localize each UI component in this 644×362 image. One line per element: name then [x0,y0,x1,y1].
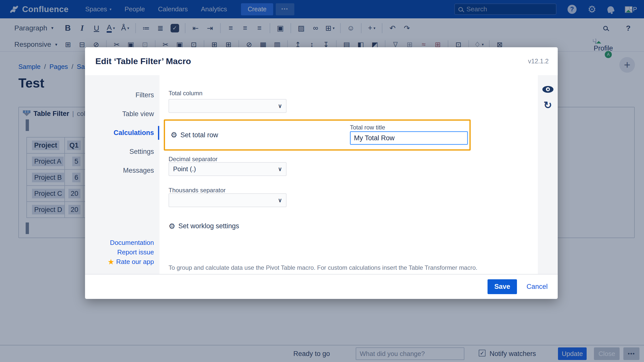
total-row-title-input[interactable] [350,131,468,145]
dialog-tab-table-view[interactable]: Table view [85,105,159,123]
dialog-footer: Save Cancel [85,274,558,299]
total-row-title-label: Total row title [350,124,385,131]
set-worklog-settings-toggle[interactable]: ⚙ Set worklog settings [169,222,239,230]
gear-icon: ⚙ [171,131,177,139]
sidebar-link-rate-our-app[interactable]: ★Rate our app [85,257,159,266]
dialog-tab-messages[interactable]: Messages [85,161,159,180]
decimal-separator-label: Decimal separator [169,156,218,163]
highlighted-total-row-section: ⚙ Set total row Total row title [164,119,471,151]
dialog-tab-label: Filters [136,91,154,99]
dialog-right-strip: ↻ [538,75,558,274]
dialog-tabs: FiltersTable viewCalculationsSettingsMes… [85,86,159,180]
set-total-row-label: Set total row [180,131,218,139]
chevron-down-icon: ∨ [278,103,282,109]
preview-eye-icon[interactable] [542,86,553,93]
dialog-hint-text: To group and calculate data use the Pivo… [169,264,477,271]
version-label: v12.1.2 [528,58,549,65]
thousands-separator-label: Thousands separator [169,187,226,194]
chevron-down-icon: ∨ [278,166,282,172]
star-icon: ★ [108,257,114,266]
dialog-sidebar: FiltersTable viewCalculationsSettingsMes… [85,75,159,274]
total-column-label: Total column [169,90,203,97]
dialog-tab-calculations[interactable]: Calculations [85,123,159,142]
dialog-title: Edit ‘Table Filter’ Macro [95,56,191,66]
dialog-tab-label: Calculations [113,129,154,137]
dialog-tab-settings[interactable]: Settings [85,142,159,161]
dialog-content: Total column ∨ ⚙ Set total row Total row… [159,75,538,274]
chevron-down-icon: ∨ [278,197,282,204]
sidebar-link-label: Rate our app [116,258,154,266]
dialog-tab-label: Settings [129,148,154,156]
sidebar-link-label: Documentation [110,239,154,247]
gear-icon: ⚙ [169,222,175,230]
cancel-button[interactable]: Cancel [527,283,548,291]
selected-tab-indicator [158,126,159,140]
save-button[interactable]: Save [488,279,517,294]
dialog-tab-filters[interactable]: Filters [85,86,159,105]
set-total-row-toggle[interactable]: ⚙ Set total row [171,121,218,149]
dialog-tab-label: Table view [122,110,154,118]
edit-macro-dialog: Edit ‘Table Filter’ Macro v12.1.2 Filter… [85,47,558,299]
set-worklog-settings-label: Set worklog settings [178,222,239,230]
sidebar-link-report-issue[interactable]: Report issue [85,247,159,257]
sidebar-link-documentation[interactable]: Documentation [85,238,159,247]
decimal-separator-select[interactable]: Point (.) ∨ [169,162,287,176]
refresh-icon[interactable]: ↻ [538,99,558,111]
sidebar-link-label: Report issue [117,248,154,256]
thousands-separator-select[interactable]: ∨ [169,193,287,207]
dialog-header: Edit ‘Table Filter’ Macro v12.1.2 [85,47,558,75]
decimal-separator-value: Point (.) [173,165,196,173]
dialog-sidebar-links: DocumentationReport issue★Rate our app [85,238,159,266]
total-column-select[interactable]: ∨ [169,99,287,113]
dialog-tab-label: Messages [123,167,154,174]
